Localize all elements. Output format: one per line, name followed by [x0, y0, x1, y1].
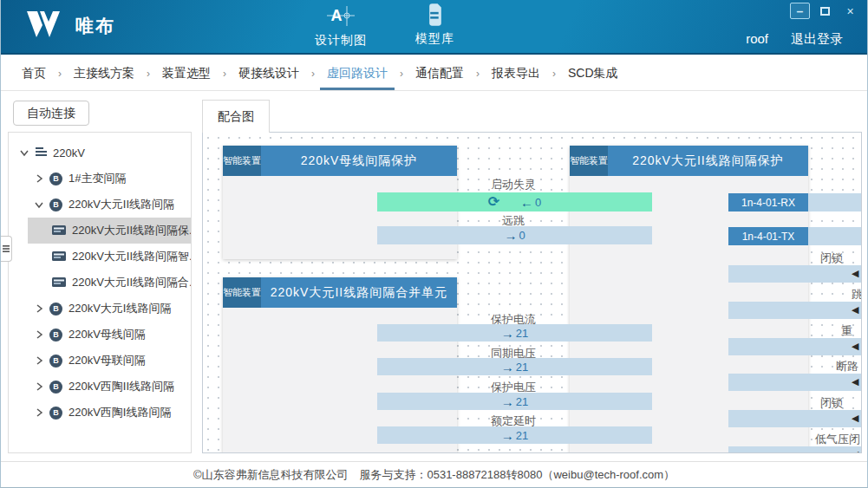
- arrow-right-icon: →: [501, 327, 514, 340]
- text-crosshair-icon: A: [327, 3, 355, 31]
- close-button[interactable]: ×: [840, 3, 860, 19]
- app-window: 唯布 A 设计制图 模型库: [0, 0, 868, 488]
- brand-logo[interactable]: 唯布: [22, 10, 115, 42]
- breadcrumb-separator: ›: [51, 68, 69, 80]
- arrow-right-icon: →: [501, 395, 514, 408]
- tree-item-dayuan2-merging-unit[interactable]: 220kV大元II线路间隔合...: [9, 270, 191, 296]
- chevron-right-icon: [35, 381, 43, 392]
- tree-label: 220kV大元II线路间隔: [69, 197, 174, 212]
- bay-icon: B: [49, 172, 62, 185]
- breadcrumb-main-wiring[interactable]: 主接线方案: [69, 56, 140, 90]
- tree-item-dayuan1-bay[interactable]: B 220kV大元I线路间隔: [9, 296, 191, 322]
- bay-icon: B: [49, 355, 62, 368]
- right-signal-row[interactable]: ◀: [728, 302, 862, 319]
- chevron-right-icon: [35, 329, 43, 340]
- breadcrumb-virtual-circuit-active[interactable]: 虚回路设计: [322, 56, 393, 90]
- logout-link[interactable]: 退出登录: [791, 31, 843, 48]
- signal-row-protection-current[interactable]: → 21: [377, 324, 652, 342]
- tree-label: 1#主变间隔: [69, 171, 126, 186]
- signal-row-remote-trip[interactable]: → 0: [377, 226, 652, 244]
- port-rx[interactable]: 1n-4-01-RX: [728, 193, 808, 211]
- username[interactable]: roof: [746, 31, 768, 48]
- device-icon: [52, 224, 66, 237]
- breadcrumb-separator: ›: [469, 68, 486, 80]
- tree-item-dayuan2-intelligent[interactable]: 220kV大元II线路间隔智...: [9, 244, 191, 270]
- signal-value: 0: [519, 229, 525, 242]
- arrow-left-icon: ◀: [852, 269, 858, 278]
- nav-model-library[interactable]: 模型库: [415, 3, 454, 47]
- chevron-right-icon: [35, 303, 43, 314]
- smart-device-badge: 智能装置: [570, 146, 608, 176]
- right-signal-label: 闭锁: [820, 395, 843, 411]
- tree-item-main-transformer-bay[interactable]: B 1#主变间隔: [9, 166, 191, 192]
- bay-icon: B: [49, 198, 62, 211]
- smart-device-badge: 智能装置: [223, 146, 261, 176]
- chevron-down-icon: [19, 147, 29, 158]
- right-signal-label: 跳: [852, 287, 862, 303]
- right-signal-row[interactable]: ◀: [728, 338, 862, 355]
- arrow-right-icon: →: [501, 361, 514, 374]
- footer-bar: ©山东容弗新信息科技有限公司 服务与支持：0531-88872188转8080（…: [1, 461, 867, 487]
- tree-item-bus-coupler-bay[interactable]: B 220kV母联间隔: [9, 348, 191, 374]
- maximize-button[interactable]: [815, 3, 835, 19]
- device-icon: [52, 251, 66, 264]
- breadcrumb-hard-wiring[interactable]: 硬接线设计: [233, 56, 304, 90]
- breadcrumb-separator: ›: [140, 68, 157, 80]
- tree-item-busbar-bay[interactable]: B 220kV母线间隔: [9, 322, 191, 348]
- w-logo-icon: [22, 10, 67, 42]
- right-signal-row[interactable]: ◀: [728, 265, 862, 283]
- top-header-bar: 唯布 A 设计制图 模型库: [1, 0, 867, 55]
- menu-lines-icon: [3, 245, 10, 252]
- diagram-canvas[interactable]: 智能装置 220kV母线间隔保护 智能装置 220kV大元II线路间隔保护 智能…: [202, 132, 862, 453]
- breadcrumb: 首页 › 主接线方案 › 装置选型 › 硬接线设计 › 虚回路设计 › 通信配置…: [1, 56, 867, 91]
- bay-icon: B: [49, 329, 62, 342]
- arrow-right-icon: →: [504, 229, 517, 242]
- signal-row-sync-voltage[interactable]: → 21: [377, 358, 652, 375]
- right-signal-row[interactable]: ◀: [728, 410, 862, 427]
- footer-text: ©山东容弗新信息科技有限公司 服务与支持：0531-88872188转8080（…: [193, 467, 675, 483]
- tree-label: 220kV西陶II线路间隔: [69, 379, 174, 394]
- panel-collapse-handle[interactable]: [1, 236, 12, 262]
- arrow-left-icon: ◀: [852, 413, 858, 423]
- right-signal-row[interactable]: ◀: [728, 446, 862, 453]
- breadcrumb-separator: ›: [304, 68, 322, 80]
- right-signal-label: 低气压闭: [815, 432, 860, 447]
- breadcrumb-separator: ›: [216, 68, 233, 80]
- auto-connect-button[interactable]: 自动连接: [13, 101, 89, 126]
- tree-item-dayuan2-bay[interactable]: B 220kV大元II线路间隔: [9, 192, 191, 218]
- tree-label: 220kV母联间隔: [69, 353, 146, 368]
- bay-icon: B: [49, 407, 62, 420]
- breadcrumb-comm-config[interactable]: 通信配置: [410, 56, 469, 90]
- tree-label: 220kV母线间隔: [69, 327, 146, 342]
- signal-row-rated-delay[interactable]: → 21: [377, 426, 652, 444]
- tree-item-xitao1-bay[interactable]: B 220kV西陶I线路间隔: [9, 400, 191, 426]
- right-signal-label: 断路: [836, 359, 858, 374]
- tree-root-220kv[interactable]: 220kV: [9, 140, 191, 166]
- right-signal-row[interactable]: ◀: [728, 374, 862, 391]
- tree-item-xitao2-bay[interactable]: B 220kV西陶II线路间隔: [9, 374, 191, 400]
- port-tx[interactable]: 1n-4-01-TX: [728, 227, 808, 245]
- nav-design-label: 设计制图: [315, 33, 367, 49]
- tab-coordination-diagram[interactable]: 配合图: [202, 100, 270, 133]
- signal-value: 0: [535, 196, 541, 209]
- bay-icon: B: [49, 381, 62, 394]
- breadcrumb-device-selection[interactable]: 装置选型: [157, 56, 216, 90]
- voltage-level-icon: [36, 146, 47, 159]
- document-icon: [427, 3, 444, 29]
- minimize-button[interactable]: –: [790, 3, 810, 19]
- signal-row-start-failure[interactable]: ⟳ ← 0: [377, 192, 652, 211]
- breadcrumb-report-export[interactable]: 报表导出: [486, 56, 545, 90]
- tree-item-dayuan2-protection[interactable]: 220kV大元II线路间隔保...: [28, 218, 191, 244]
- breadcrumb-home[interactable]: 首页: [16, 56, 51, 90]
- bay-icon: B: [49, 303, 62, 316]
- signal-row-protection-voltage[interactable]: → 21: [377, 393, 652, 410]
- arrow-left-icon: ◀: [852, 450, 858, 453]
- device-tree-panel: 220kV B 1#主变间隔 B 220kV大元II线路间隔 220kV大元II…: [8, 132, 192, 453]
- breadcrumb-separator: ›: [545, 68, 563, 80]
- tree-label: 220kV西陶I线路间隔: [69, 405, 171, 420]
- signal-value: 21: [516, 361, 528, 374]
- breadcrumb-scd-integration[interactable]: SCD集成: [563, 56, 623, 90]
- nav-design-drawing[interactable]: A 设计制图: [315, 3, 367, 49]
- chevron-right-icon: [35, 407, 43, 418]
- refresh-icon[interactable]: ⟳: [488, 195, 499, 209]
